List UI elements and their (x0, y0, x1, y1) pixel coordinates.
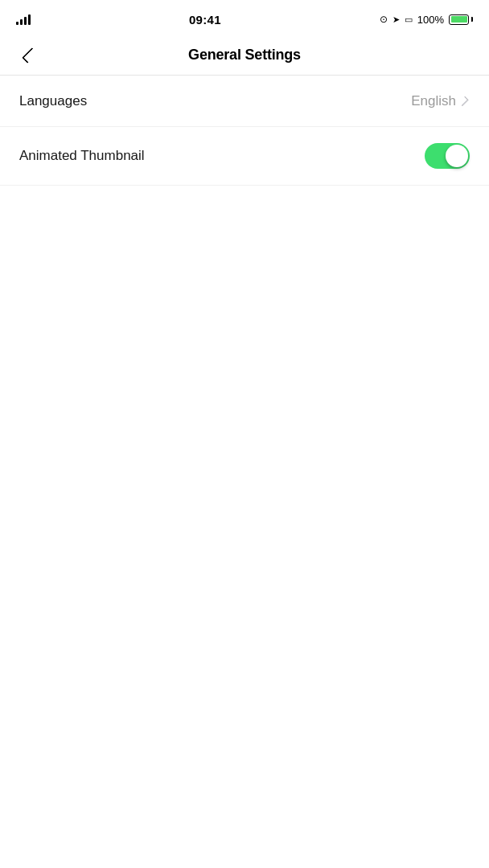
status-time: 09:41 (189, 13, 221, 27)
battery-icon (449, 14, 473, 25)
animated-thumbnail-toggle[interactable] (425, 143, 470, 169)
languages-row[interactable]: Languages English (0, 76, 489, 127)
location-icon: ⊙ (380, 14, 388, 25)
chevron-right-icon (458, 96, 469, 106)
animated-thumbnail-label: Animated Thumbnail (19, 148, 145, 164)
airplay-icon: ▭ (405, 14, 413, 25)
languages-label: Languages (19, 93, 87, 109)
animated-thumbnail-row: Animated Thumbnail (0, 127, 489, 186)
page-title: General Settings (188, 47, 301, 63)
back-button[interactable] (13, 41, 42, 70)
signal-icon (16, 14, 31, 25)
status-bar-left (16, 14, 31, 25)
languages-value-container: English (411, 93, 470, 109)
nav-bar: General Settings (0, 35, 489, 76)
status-bar: 09:41 ⊙ ➤ ▭ 100% (0, 0, 489, 35)
navigation-icon: ➤ (392, 14, 400, 25)
battery-percent: 100% (417, 14, 444, 26)
status-bar-right: ⊙ ➤ ▭ 100% (380, 14, 473, 26)
settings-section: Languages English Animated Thumbnail (0, 76, 489, 186)
settings-content: Languages English Animated Thumbnail (0, 76, 489, 186)
back-chevron-icon (22, 47, 38, 63)
languages-value: English (411, 93, 456, 109)
toggle-knob (446, 145, 468, 167)
